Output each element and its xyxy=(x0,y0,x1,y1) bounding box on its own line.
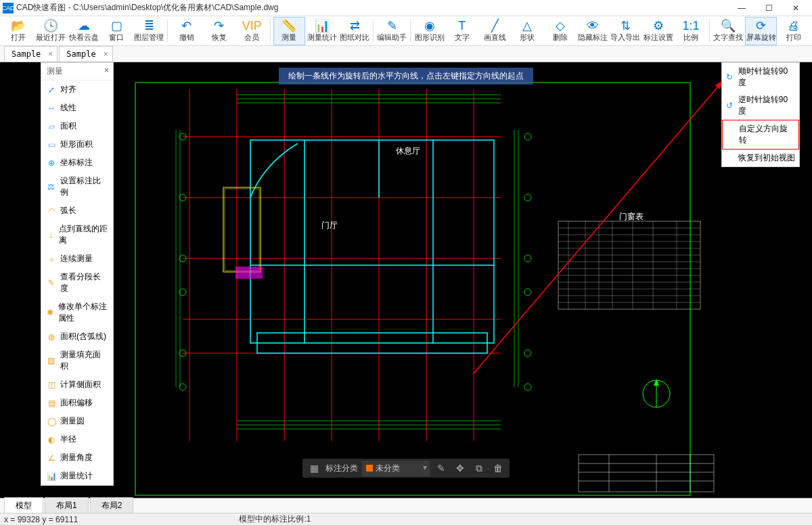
doc-tab[interactable]: Sample× xyxy=(4,46,58,62)
close-tab-icon[interactable]: × xyxy=(104,49,108,59)
coords-readout: x = 99328 y = 69111 xyxy=(4,515,78,524)
minimize-button[interactable]: — xyxy=(728,1,755,15)
measure-item[interactable]: ◠弧长 xyxy=(41,202,113,220)
bottom-toolbar: ▦ 标注分类 未分类 ✎ ✥ ⧉ 🗑 xyxy=(302,459,510,478)
measure-item[interactable]: ▤面积偏移 xyxy=(41,394,113,412)
window-title: CAD快速看图 - C:\Users\admin\Desktop\优化备用素材\… xyxy=(16,2,728,14)
tool-比例[interactable]: 1:1比例 xyxy=(675,17,706,45)
measure-item[interactable]: ▱面积 xyxy=(41,117,113,135)
tool-撤销[interactable]: ↶撤销 xyxy=(171,17,202,45)
rotate-option[interactable]: ↺逆时针旋转90度 xyxy=(722,91,799,120)
maximize-button[interactable]: ☐ xyxy=(755,1,782,15)
tool-图形识别[interactable]: ◉图形识别 xyxy=(413,17,445,45)
svg-marker-57 xyxy=(654,379,659,386)
close-icon[interactable]: × xyxy=(104,66,109,75)
tool-画直线[interactable]: ╱画直线 xyxy=(479,17,510,45)
tool-标注设置[interactable]: ⚙标注设置 xyxy=(642,17,673,45)
doc-tab[interactable]: Sample× xyxy=(59,46,112,62)
grid-icon[interactable]: ▦ xyxy=(307,461,321,476)
tool-文字查找[interactable]: 🔍文字查找 xyxy=(713,17,744,45)
move-icon[interactable]: ✥ xyxy=(453,461,468,476)
measure-item[interactable]: ⊕坐标标注 xyxy=(41,154,113,172)
tool-隐藏标注[interactable]: 👁隐藏标注 xyxy=(577,17,608,45)
tool-快看云盘[interactable]: ☁快看云盘 xyxy=(68,17,99,45)
measure-item[interactable]: ⚖设置标注比例 xyxy=(41,172,113,202)
svg-point-70 xyxy=(179,384,186,390)
svg-rect-58 xyxy=(579,455,714,492)
measure-item[interactable]: ✱修改单个标注属性 xyxy=(41,298,113,327)
layout-tab[interactable]: 布局2 xyxy=(90,497,134,514)
close-button[interactable]: ✕ xyxy=(782,1,809,15)
tool-会员[interactable]: VIP会员 xyxy=(236,17,267,45)
delete-icon[interactable]: 🗑 xyxy=(491,461,505,476)
svg-point-73 xyxy=(524,255,531,262)
measure-item[interactable]: ↔线性 xyxy=(41,99,113,117)
svg-rect-34 xyxy=(558,221,700,309)
measure-item[interactable]: ✎查看分段长度 xyxy=(41,268,113,298)
measure-item[interactable]: ▭矩形面积 xyxy=(41,135,113,154)
tool-屏幕旋转[interactable]: ⟳屏幕旋转 xyxy=(745,17,776,45)
measure-panel-title: 测量 × xyxy=(41,63,113,81)
svg-point-71 xyxy=(524,133,531,140)
tool-最近打开[interactable]: 🕓最近打开 xyxy=(35,17,66,45)
rotate-option[interactable]: 恢复到初始视图 xyxy=(722,150,799,166)
svg-rect-31 xyxy=(235,267,263,279)
main-toolbar: 📂打开🕓最近打开☁快看云盘▢窗口≣图层管理↶撤销↷恢复VIP会员📏测量📊测量统计… xyxy=(0,16,812,46)
measure-item[interactable]: ⟂点到直线的距离 xyxy=(41,220,113,250)
svg-point-76 xyxy=(524,384,531,390)
svg-rect-23 xyxy=(250,140,494,343)
app-icon: CAD xyxy=(3,3,14,14)
close-tab-icon[interactable]: × xyxy=(48,49,53,59)
layout-tab[interactable]: 模型 xyxy=(4,497,43,514)
drawing-viewport: 休息厅 门厅 门窗表 xyxy=(0,62,812,498)
measure-item[interactable]: ◐半径 xyxy=(41,430,113,449)
category-select[interactable]: 未分类 xyxy=(362,461,430,476)
svg-point-68 xyxy=(179,289,186,296)
tool-图层管理[interactable]: ≣图层管理 xyxy=(133,17,164,45)
tool-删除[interactable]: ◇删除 xyxy=(545,17,576,45)
svg-point-75 xyxy=(524,350,531,357)
tool-测量[interactable]: 📏测量 xyxy=(273,17,304,45)
tool-编辑助手[interactable]: ✎编辑助手 xyxy=(376,17,407,45)
tool-图纸对比[interactable]: ⇄图纸对比 xyxy=(339,17,370,45)
status-bar: x = 99328 y = 69111 模型中的标注比例:1 xyxy=(0,513,812,525)
svg-text:门窗表: 门窗表 xyxy=(619,212,644,221)
svg-text:休息厅: 休息厅 xyxy=(396,146,420,156)
measure-item[interactable]: ◍面积(含弧线) xyxy=(41,327,113,346)
tool-测量统计[interactable]: 📊测量统计 xyxy=(307,17,338,45)
svg-point-74 xyxy=(524,289,531,296)
scale-readout: 模型中的标注比例:1 xyxy=(239,513,311,525)
measure-item[interactable]: ▨测量填充面积 xyxy=(41,346,113,375)
tool-导入导出[interactable]: ⇅导入导出 xyxy=(610,17,641,45)
edit-icon[interactable]: ✎ xyxy=(434,461,449,476)
copy-icon[interactable]: ⧉ xyxy=(472,461,487,476)
rotate-option[interactable]: ↻顺时针旋转90度 xyxy=(722,63,799,91)
measure-item[interactable]: ⤢对齐 xyxy=(41,81,113,99)
rotate-dropdown: ↻顺时针旋转90度↺逆时针旋转90度自定义方向旋转恢复到初始视图 xyxy=(721,62,800,167)
tool-文字[interactable]: T文字 xyxy=(447,17,478,45)
layout-tabs: 模型布局1布局2 xyxy=(0,498,812,513)
measure-item[interactable]: ∠测量角度 xyxy=(41,449,113,467)
measure-item[interactable]: ◯测量圆 xyxy=(41,412,113,430)
tool-打开[interactable]: 📂打开 xyxy=(3,17,34,45)
measure-item[interactable]: 📊测量统计 xyxy=(41,467,113,485)
tool-形状[interactable]: △形状 xyxy=(512,17,543,45)
document-tabs: Sample×Sample× xyxy=(0,46,812,62)
measure-panel: 测量 × ⤢对齐↔线性▱面积▭矩形面积⊕坐标标注⚖设置标注比例◠弧长⟂点到直线的… xyxy=(41,62,114,486)
rotate-option[interactable]: 自定义方向旋转 xyxy=(722,120,799,150)
annotation-label: 标注分类 xyxy=(325,463,358,474)
svg-text:门厅: 门厅 xyxy=(321,221,338,230)
command-hint: 绘制一条线作为旋转后的水平方向线，点击左键指定方向线的起点 xyxy=(279,68,533,85)
svg-rect-29 xyxy=(223,187,261,272)
canvas[interactable]: 休息厅 门厅 门窗表 xyxy=(0,62,812,498)
measure-item[interactable]: ⟐连续测量 xyxy=(41,250,113,268)
tool-恢复[interactable]: ↷恢复 xyxy=(204,17,235,45)
tool-打印[interactable]: 🖨打印 xyxy=(778,17,809,45)
tool-窗口[interactable]: ▢窗口 xyxy=(101,17,132,45)
svg-point-72 xyxy=(524,194,531,201)
layout-tab[interactable]: 布局1 xyxy=(45,497,89,514)
measure-item[interactable]: ◫计算侧面积 xyxy=(41,375,113,394)
